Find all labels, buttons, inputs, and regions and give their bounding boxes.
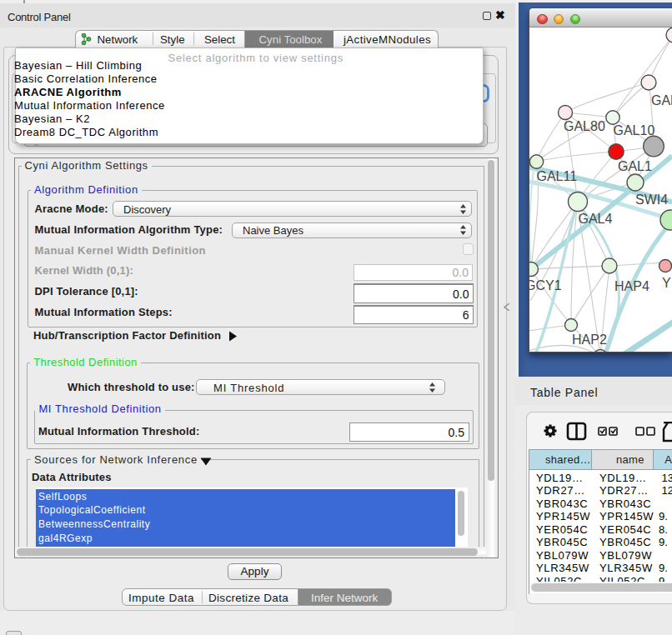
svg-text:GAL10: GAL10: [614, 123, 655, 138]
svg-text:Y: Y: [662, 276, 671, 290]
svg-text:GAL11: GAL11: [537, 169, 578, 183]
svg-text:SWI4: SWI4: [635, 192, 668, 207]
svg-text:HAP2: HAP2: [572, 332, 607, 347]
svg-text:GAL4: GAL4: [579, 212, 613, 226]
svg-text:HAP4: HAP4: [614, 279, 649, 293]
svg-text:GAL1: GAL1: [618, 159, 652, 173]
svg-text:GCY1: GCY1: [529, 278, 562, 292]
svg-text:GAL80: GAL80: [564, 119, 605, 133]
svg-text:GAL2: GAL2: [651, 93, 672, 108]
